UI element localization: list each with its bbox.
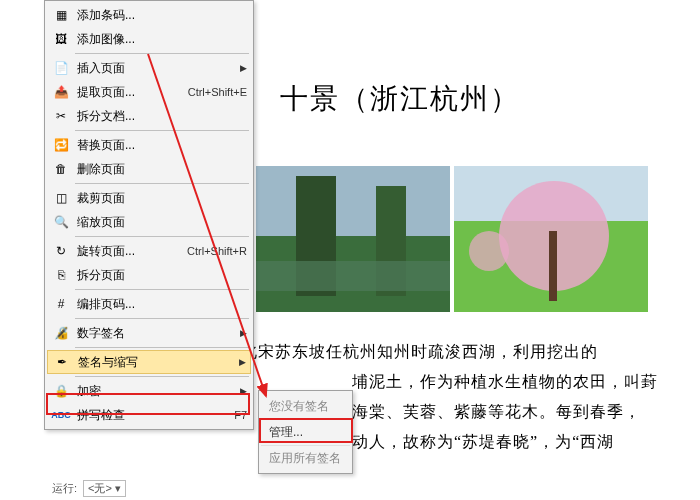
spell-icon: ABC	[51, 405, 71, 425]
menu-item-crop[interactable]: ◫裁剪页面	[47, 186, 251, 210]
menu-item-label: 拼写检查	[77, 407, 226, 424]
menu-item-barcode[interactable]: ▦添加条码...	[47, 3, 251, 27]
menu-item-image[interactable]: 🖼添加图像...	[47, 27, 251, 51]
image-row	[256, 166, 648, 312]
svg-rect-0	[256, 166, 450, 236]
pagenum-icon: #	[51, 294, 71, 314]
chevron-right-icon: ▶	[240, 328, 247, 338]
menu-item-page-extract[interactable]: 📤提取页面...Ctrl+Shift+E	[47, 80, 251, 104]
menu-item-label: 删除页面	[77, 161, 247, 178]
doc-image-1	[256, 166, 450, 312]
menu-item-shortcut: Ctrl+Shift+R	[187, 245, 247, 257]
menu-item-label: 插入页面	[77, 60, 234, 77]
document-title: 十景（浙江杭州）	[280, 80, 520, 118]
rotate-icon: ↻	[51, 241, 71, 261]
menu-item-sign[interactable]: ✒签名与缩写▶	[47, 350, 251, 374]
menu-separator	[75, 130, 249, 131]
menu-item-label: 添加条码...	[77, 7, 247, 24]
svg-rect-4	[256, 261, 450, 291]
menu-item-page-plus[interactable]: 📄插入页面▶	[47, 56, 251, 80]
menu-item-label: 编排页码...	[77, 296, 247, 313]
split-icon: ✂	[51, 106, 71, 126]
menu-item-shortcut: F7	[234, 409, 247, 421]
statusbar-label: 运行:	[52, 481, 77, 496]
zoom-page-icon: 🔍	[51, 212, 71, 232]
submenu-item-2: 应用所有签名	[261, 445, 350, 471]
menu-item-replace[interactable]: 🔁替换页面...	[47, 133, 251, 157]
image-icon: 🖼	[51, 29, 71, 49]
menu-item-label: 添加图像...	[77, 31, 247, 48]
menu-item-label: 旋转页面...	[77, 243, 179, 260]
menu-separator	[75, 289, 249, 290]
page-plus-icon: 📄	[51, 58, 71, 78]
context-menu: ▦添加条码...🖼添加图像...📄插入页面▶📤提取页面...Ctrl+Shift…	[44, 0, 254, 430]
menu-separator	[75, 236, 249, 237]
chevron-right-icon: ▶	[239, 357, 246, 367]
menu-item-label: 数字签名	[77, 325, 234, 342]
menu-item-split[interactable]: ✂拆分文档...	[47, 104, 251, 128]
statusbar-run-dropdown[interactable]: <无> ▾	[83, 480, 126, 497]
menu-item-label: 签名与缩写	[78, 354, 233, 371]
menu-item-label: 拆分文档...	[77, 108, 247, 125]
menu-item-zoom-page[interactable]: 🔍缩放页面	[47, 210, 251, 234]
statusbar: 运行: <无> ▾	[44, 477, 134, 500]
menu-item-split-page[interactable]: ⎘拆分页面	[47, 263, 251, 287]
replace-icon: 🔁	[51, 135, 71, 155]
doc-image-2	[454, 166, 648, 312]
menu-separator	[75, 347, 249, 348]
menu-item-label: 拆分页面	[77, 267, 247, 284]
menu-item-spell[interactable]: ABC拼写检查F7	[47, 403, 251, 427]
encrypt-icon: 🔒	[51, 381, 71, 401]
menu-item-pagenum[interactable]: #编排页码...	[47, 292, 251, 316]
chevron-right-icon: ▶	[240, 386, 247, 396]
menu-separator	[75, 183, 249, 184]
submenu-item-1[interactable]: 管理...	[261, 419, 350, 445]
menu-item-label: 替换页面...	[77, 137, 247, 154]
doc-line: 是北宋苏东坡任杭州知州时疏浚西湖，利用挖出的	[224, 337, 674, 367]
menu-item-label: 裁剪页面	[77, 190, 247, 207]
menu-separator	[75, 53, 249, 54]
menu-item-page-delete[interactable]: 🗑删除页面	[47, 157, 251, 181]
menu-separator	[75, 318, 249, 319]
svg-point-9	[469, 231, 509, 271]
menu-item-label: 缩放页面	[77, 214, 247, 231]
menu-item-encrypt[interactable]: 🔒加密▶	[47, 379, 251, 403]
menu-separator	[75, 376, 249, 377]
sign-icon: ✒	[52, 352, 72, 372]
digisig-icon: 🔏	[51, 323, 71, 343]
submenu-item-0: 您没有签名	[261, 393, 350, 419]
split-page-icon: ⎘	[51, 265, 71, 285]
menu-item-label: 提取页面...	[77, 84, 180, 101]
page-delete-icon: 🗑	[51, 159, 71, 179]
signature-submenu: 您没有签名管理...应用所有签名	[258, 390, 353, 474]
menu-item-label: 加密	[77, 383, 234, 400]
page-extract-icon: 📤	[51, 82, 71, 102]
barcode-icon: ▦	[51, 5, 71, 25]
crop-icon: ◫	[51, 188, 71, 208]
menu-item-digisig[interactable]: 🔏数字签名▶	[47, 321, 251, 345]
menu-item-shortcut: Ctrl+Shift+E	[188, 86, 247, 98]
svg-rect-8	[549, 231, 557, 301]
menu-item-rotate[interactable]: ↻旋转页面...Ctrl+Shift+R	[47, 239, 251, 263]
chevron-right-icon: ▶	[240, 63, 247, 73]
